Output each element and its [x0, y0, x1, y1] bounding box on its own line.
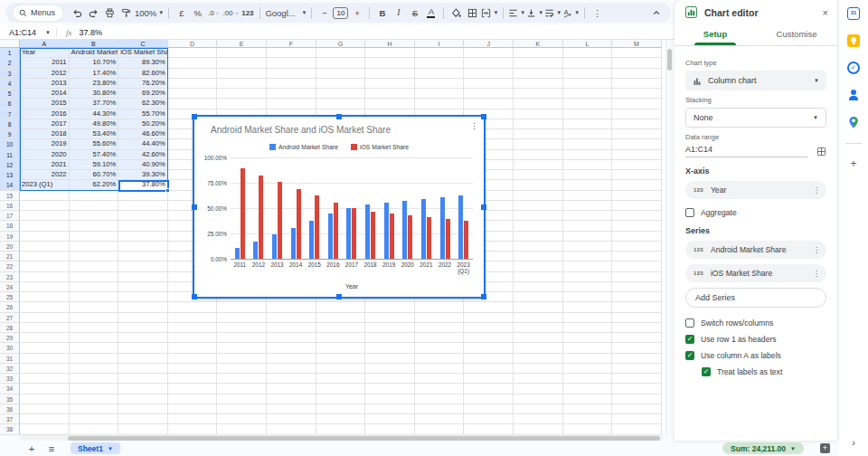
- row-header-31[interactable]: 31: [0, 354, 20, 364]
- cell-C1[interactable]: iOS Market Share: [118, 48, 168, 58]
- cell-I32[interactable]: [415, 364, 465, 374]
- cell-L20[interactable]: [563, 242, 613, 252]
- cell-H36[interactable]: [365, 404, 415, 414]
- cell-L35[interactable]: [563, 394, 613, 404]
- row-header-35[interactable]: 35: [0, 394, 20, 404]
- column-header-F[interactable]: F: [267, 40, 316, 48]
- cell-K33[interactable]: [514, 374, 563, 384]
- cell-H38[interactable]: [365, 424, 415, 434]
- cell-L38[interactable]: [563, 424, 613, 434]
- cell-B2[interactable]: 10.70%: [70, 58, 119, 68]
- cell-H3[interactable]: [365, 69, 415, 79]
- cell-B14[interactable]: 62.20%: [70, 180, 119, 190]
- cell-K3[interactable]: [514, 69, 563, 79]
- cell-B32[interactable]: [70, 364, 119, 374]
- stacking-select[interactable]: None ▼: [685, 108, 826, 128]
- cell-B10[interactable]: 55.60%: [70, 139, 119, 149]
- cell-B23[interactable]: [70, 272, 119, 282]
- cell-C2[interactable]: 89.30%: [118, 58, 168, 68]
- column-header-G[interactable]: G: [316, 40, 366, 48]
- cell-M25[interactable]: [612, 292, 662, 302]
- cell-M18[interactable]: [612, 221, 662, 231]
- maps-icon[interactable]: [847, 116, 860, 128]
- cell-M9[interactable]: [612, 129, 662, 139]
- cell-E32[interactable]: [217, 364, 267, 374]
- cell-E1[interactable]: [217, 48, 267, 58]
- cell-M30[interactable]: [612, 343, 662, 353]
- row-header-20[interactable]: 20: [0, 242, 20, 252]
- cell-K22[interactable]: [514, 261, 563, 271]
- hide-menus-button[interactable]: [648, 5, 664, 21]
- cell-E6[interactable]: [217, 99, 267, 109]
- cell-I30[interactable]: [415, 343, 465, 353]
- cell-C13[interactable]: 39.30%: [118, 170, 168, 180]
- cell-J36[interactable]: [464, 404, 514, 414]
- sheet-tab[interactable]: Sheet1 ▼: [71, 442, 120, 454]
- cell-B37[interactable]: [70, 414, 119, 424]
- cell-B3[interactable]: 17.40%: [70, 69, 119, 79]
- format-percent-button[interactable]: %: [190, 5, 205, 21]
- cell-D28[interactable]: [168, 323, 218, 333]
- row-header-28[interactable]: 28: [0, 323, 20, 333]
- cell-M36[interactable]: [612, 404, 662, 414]
- cell-D1[interactable]: [168, 48, 218, 58]
- cell-I6[interactable]: [415, 99, 465, 109]
- text-wrap-button[interactable]: ▼: [544, 5, 561, 21]
- column-header-A[interactable]: A: [20, 40, 70, 48]
- cell-M10[interactable]: [612, 139, 662, 149]
- cell-A7[interactable]: 2016: [20, 109, 70, 119]
- fill-handle[interactable]: [165, 188, 170, 193]
- column-header-D[interactable]: D: [168, 40, 218, 48]
- select-all-corner[interactable]: [0, 40, 20, 48]
- cell-A14[interactable]: 2023 (Q1): [20, 180, 70, 190]
- cell-D35[interactable]: [168, 394, 218, 404]
- cell-E36[interactable]: [217, 404, 267, 414]
- cell-K15[interactable]: [514, 191, 563, 201]
- chart-resize-handle[interactable]: [481, 294, 486, 299]
- cell-A23[interactable]: [20, 272, 70, 282]
- cell-M1[interactable]: [612, 48, 662, 58]
- cell-E38[interactable]: [217, 424, 267, 434]
- row-header-15[interactable]: 15: [0, 191, 20, 201]
- cell-J34[interactable]: [464, 384, 514, 394]
- cell-K16[interactable]: [514, 201, 563, 211]
- cell-C6[interactable]: 62.30%: [118, 99, 168, 109]
- cell-C19[interactable]: [118, 232, 168, 242]
- cell-D36[interactable]: [168, 404, 218, 414]
- cell-M26[interactable]: [612, 302, 662, 312]
- cell-C23[interactable]: [118, 272, 168, 282]
- menus-search-button[interactable]: Menus: [13, 5, 63, 21]
- fill-color-button[interactable]: [448, 5, 464, 21]
- column-header-C[interactable]: C: [118, 40, 168, 48]
- row-header-37[interactable]: 37: [0, 414, 20, 424]
- cell-I33[interactable]: [415, 374, 465, 384]
- cell-G38[interactable]: [316, 424, 366, 434]
- cell-M7[interactable]: [612, 109, 662, 119]
- cell-A32[interactable]: [20, 364, 70, 374]
- row-header-13[interactable]: 13: [0, 170, 20, 180]
- horizontal-scrollbar-thumb[interactable]: [68, 436, 660, 441]
- cell-M8[interactable]: [612, 119, 662, 129]
- cell-B30[interactable]: [70, 343, 119, 353]
- row-header-6[interactable]: 6: [0, 99, 20, 109]
- cell-B20[interactable]: [70, 242, 119, 252]
- cell-H29[interactable]: [365, 333, 415, 343]
- x-axis-chip-menu[interactable]: ⋮: [813, 186, 820, 195]
- cell-A22[interactable]: [20, 261, 70, 271]
- cell-C4[interactable]: 76.20%: [118, 79, 168, 89]
- cell-L32[interactable]: [563, 364, 613, 374]
- cell-F35[interactable]: [267, 394, 316, 404]
- cell-J38[interactable]: [464, 424, 514, 434]
- embedded-chart[interactable]: Android Market Share and iOS Market Shar…: [193, 115, 486, 299]
- cell-I4[interactable]: [415, 79, 465, 89]
- cell-C32[interactable]: [118, 364, 168, 374]
- cell-M17[interactable]: [612, 211, 662, 221]
- cell-M11[interactable]: [612, 150, 662, 160]
- format-currency-button[interactable]: £: [174, 5, 189, 21]
- cell-A27[interactable]: [20, 313, 70, 323]
- cell-K7[interactable]: [514, 109, 563, 119]
- contacts-icon[interactable]: [847, 89, 860, 101]
- cell-B25[interactable]: [70, 292, 119, 302]
- cell-B35[interactable]: [70, 394, 119, 404]
- bold-button[interactable]: B: [374, 5, 390, 21]
